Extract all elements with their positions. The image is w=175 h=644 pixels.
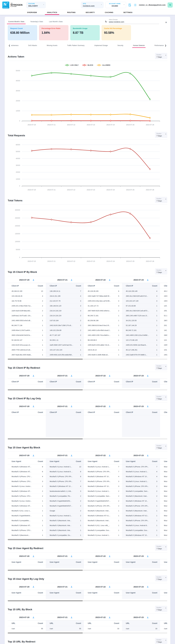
duration-dropdown[interactable]: Duration 7 Days ▾	[155, 444, 167, 450]
tab-overview[interactable]: OVERVIEW	[27, 10, 37, 15]
duration-dropdown[interactable]: Duration 7 Days ▾	[155, 268, 167, 274]
report-document-icon[interactable]	[128, 3, 132, 7]
download-icon[interactable]	[147, 586, 149, 588]
download-icon[interactable]	[71, 616, 72, 618]
duration-label: Duration	[157, 365, 164, 367]
table-scroll-area: 2023-07-202023-07-212023-07-222023-07-23…	[8, 584, 167, 599]
download-icon[interactable]	[32, 616, 34, 618]
site-dropdown[interactable]: SITE nviztest.com ⌄	[81, 2, 103, 8]
feature-dropdown[interactable]: FEATURE DELIVERY ⌄	[26, 2, 46, 8]
scrollbar-thumb[interactable]	[8, 389, 83, 390]
value-cell: Mozilla/5.0 (iPhone; CPU iPh...	[84, 479, 112, 484]
download-icon[interactable]	[32, 405, 34, 407]
legend-item-block[interactable]: BLOCK	[82, 64, 93, 66]
download-icon[interactable]	[147, 555, 149, 557]
download-icon[interactable]	[71, 375, 72, 377]
download-icon[interactable]	[147, 616, 149, 618]
download-icon[interactable]	[109, 405, 111, 407]
duration-dropdown[interactable]: Duration 7 Days ▾	[155, 606, 167, 612]
download-icon[interactable]	[32, 279, 34, 281]
duration-dropdown[interactable]: Duration 7 Days ▾	[155, 132, 167, 138]
close-icon[interactable]: ✕	[165, 21, 167, 24]
avatar[interactable]: N	[168, 2, 173, 8]
tab-yesterday-stats[interactable]: Yesterday's Stats	[30, 18, 44, 24]
download-icon[interactable]	[32, 375, 34, 377]
tab-routing[interactable]: ROUTING	[67, 10, 76, 15]
duration-dropdown[interactable]: Duration 7 Days ▾	[155, 395, 167, 401]
refresh-icon[interactable]: ↻	[105, 20, 107, 24]
subtab-traffic-pattern[interactable]: Traffic Pattern Summary	[67, 43, 85, 48]
subtab-missing-assets[interactable]: Missing Assets	[46, 43, 58, 48]
table-row: 2409:40e4:12:fb73:a404:...1149.102.254.6…	[8, 328, 167, 333]
svg-text:2023-07-25: 2023-07-25	[126, 124, 134, 126]
gear-icon[interactable]	[134, 3, 137, 7]
chevron-left-icon[interactable]: ❮	[8, 44, 11, 47]
scrollbar-thumb[interactable]	[8, 438, 83, 440]
download-icon[interactable]	[71, 279, 72, 281]
section-ua-block: Top 15 User Agent By Block Duration 7 Da…	[8, 443, 167, 540]
scrollbar-thumb[interactable]	[8, 600, 83, 601]
domain-select[interactable]: Select Domain www.nviztest.com	[109, 19, 159, 24]
scrollbar-thumb[interactable]	[8, 570, 83, 571]
horizontal-scrollbar[interactable]	[8, 358, 167, 360]
subtab-performance[interactable]: Performance	[154, 43, 164, 48]
horizontal-scrollbar[interactable]	[8, 632, 167, 634]
download-icon[interactable]	[109, 555, 111, 557]
subtab-unplanned-outage[interactable]: Unplanned Outage	[94, 43, 108, 48]
duration-dropdown[interactable]: Duration 7 Days ▾	[155, 544, 167, 551]
tab-last-month-stats[interactable]: Last Month's Stats	[48, 18, 63, 24]
duration-dropdown[interactable]: Duration 7 Days ▾	[155, 364, 167, 370]
scrollbar-thumb[interactable]	[8, 358, 83, 360]
horizontal-scrollbar[interactable]	[8, 600, 167, 601]
count-cell: 4	[150, 469, 160, 474]
duration-dropdown[interactable]: Duration 7 Days ▾	[155, 575, 167, 582]
download-icon[interactable]	[109, 375, 111, 377]
tab-caching[interactable]: CACHING	[105, 10, 113, 15]
tab-security[interactable]: SECURITY	[86, 10, 95, 15]
duration-dropdown[interactable]: Duration 7 Days ▾	[155, 53, 167, 59]
download-icon[interactable]	[71, 405, 72, 407]
chevron-down-icon: ▾	[166, 546, 166, 548]
download-icon[interactable]	[32, 586, 34, 588]
download-icon[interactable]	[109, 616, 111, 618]
table-row: 66.249.77.13612402:8100:26e7:258f:170:c9…	[8, 323, 167, 328]
tab-analytics[interactable]: ANALYTICS	[47, 10, 57, 15]
horizontal-scrollbar[interactable]	[8, 389, 167, 390]
download-icon[interactable]	[71, 555, 72, 557]
legend-item-allowed[interactable]: ALLOWED	[97, 64, 110, 66]
value-cell: Mozilla/5.0 (iPhone; CPU...	[8, 528, 35, 533]
duration-dropdown[interactable]: Duration 7 Days ▾	[155, 638, 167, 644]
subtab-dos-attacks[interactable]: DoS Attacks	[28, 43, 37, 48]
download-icon[interactable]	[71, 586, 72, 588]
subtab-cache-effectiveness[interactable]: Cache Effectiveness	[11, 43, 19, 48]
download-icon[interactable]	[147, 454, 149, 456]
scrollbar-thumb[interactable]	[8, 539, 83, 540]
legend-label: BLOCK	[88, 64, 93, 66]
download-icon[interactable]	[147, 405, 149, 407]
download-icon[interactable]	[32, 555, 34, 557]
table-row: Mozilla/5.0 (iPhone; CPU...3Mozilla/5.0 …	[8, 479, 167, 484]
tab-current-month-stats[interactable]: Current Month's Stats	[8, 18, 25, 24]
horizontal-scrollbar[interactable]	[8, 570, 167, 571]
horizontal-scrollbar[interactable]	[8, 438, 167, 440]
legend-item-log-only[interactable]: LOG ONLY	[65, 64, 79, 66]
account-home-dropdown[interactable]: ACCOUNT HOME 331880 ⌄	[106, 2, 126, 8]
download-icon[interactable]	[147, 375, 149, 377]
column-header: Client IP	[8, 379, 35, 384]
subtab-security[interactable]: Security	[117, 43, 124, 48]
download-icon[interactable]	[109, 279, 111, 281]
duration-dropdown[interactable]: Duration 7 Days ▾	[155, 197, 167, 203]
nitrogen-logo[interactable]: N 7 NITROGEN	[2, 2, 9, 8]
duration-label: Duration	[157, 54, 164, 56]
download-icon[interactable]	[109, 586, 111, 588]
download-icon[interactable]	[32, 454, 34, 456]
scrollbar-thumb[interactable]	[8, 632, 83, 634]
download-icon[interactable]	[109, 454, 111, 456]
tab-settings[interactable]: SETTINGS	[123, 10, 132, 15]
subtab-human-detector[interactable]: Human Detector	[133, 43, 145, 48]
download-icon[interactable]	[71, 454, 72, 456]
horizontal-scrollbar[interactable]	[8, 539, 167, 540]
count-cell: 2	[150, 494, 160, 498]
chevron-right-icon[interactable]: ❯	[164, 44, 167, 47]
download-icon[interactable]	[147, 279, 149, 281]
